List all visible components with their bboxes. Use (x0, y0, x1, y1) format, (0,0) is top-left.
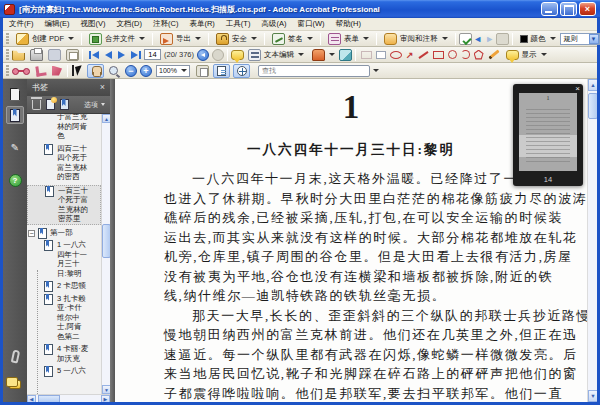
cloud-tool-icon[interactable] (390, 51, 402, 59)
bookmark-item-selected[interactable]: 一百三十个死于富兰克林的密苏里 (27, 185, 101, 225)
bookmarks-options-button[interactable]: 选项 (84, 100, 105, 110)
menu-comments[interactable]: 注释(C) (153, 19, 178, 29)
rule-style-dropdown[interactable]: 规则 ▼ (560, 33, 600, 45)
combine-files-icon (89, 33, 102, 45)
export-button[interactable]: 导出 (156, 32, 205, 46)
bookmark-icon (44, 144, 53, 155)
bookmark-item[interactable]: 2 卡思顿 (27, 281, 101, 291)
how-to-button[interactable]: ? (6, 171, 24, 189)
menu-forms[interactable]: 表单(R) (189, 19, 214, 29)
bookmark-item[interactable]: 5 一八六 (27, 366, 101, 376)
show-comments-button[interactable]: 显示 (502, 48, 551, 62)
select-tool-icon[interactable] (71, 65, 83, 77)
bookmark-item[interactable]: 四百二十四个死于富兰克林的密西 (27, 144, 101, 182)
comments-panel-button[interactable] (6, 375, 24, 393)
bookmarks-panel-button[interactable] (6, 106, 24, 124)
distance-tool-icon[interactable] (14, 70, 28, 72)
attach-file-icon[interactable] (339, 49, 352, 61)
open-file-icon[interactable] (12, 49, 25, 61)
oval-tool-icon[interactable] (448, 50, 457, 59)
find-options-icon[interactable] (373, 69, 379, 72)
bookmark-item[interactable]: 于富兰克林的阿肯色 (27, 114, 101, 141)
close-button[interactable]: × (579, 2, 596, 16)
perimeter-tool-icon[interactable] (35, 65, 46, 76)
bookmark-item[interactable]: 3 扎卡赖亚·卡什维尔中士,阿肯色第二 (27, 294, 101, 342)
signatures-panel-button[interactable]: ✎ (6, 139, 24, 157)
menu-help[interactable]: 帮助(H) (336, 19, 361, 29)
sticky-note-icon[interactable] (231, 50, 244, 60)
polygon-tool-icon[interactable] (474, 50, 484, 60)
arrow-tool-icon[interactable]: ↗ (406, 50, 414, 60)
page-number-input[interactable] (144, 49, 161, 60)
menu-document[interactable]: 文档(D) (117, 19, 142, 29)
create-pdf-button[interactable]: 创建 PDF (12, 32, 78, 46)
area-tool-icon[interactable] (52, 66, 62, 76)
find-input[interactable] (258, 65, 370, 77)
bookmark-item-part1[interactable]: − 第一部 (27, 228, 101, 238)
undo-icon[interactable]: ◄ (472, 33, 484, 45)
bookmarks-vertical-scrollbar[interactable]: ▲ ▼ (101, 114, 110, 394)
zoom-out-button[interactable]: − (125, 65, 137, 77)
forms-button[interactable]: 表单 (324, 32, 373, 46)
zoom-in-button[interactable]: + (140, 65, 152, 77)
minimize-button[interactable] (541, 2, 558, 16)
text-box-tool-icon[interactable] (376, 51, 386, 59)
combine-files-button[interactable]: 合并文件 (85, 32, 149, 46)
delete-bookmark-icon[interactable] (32, 100, 41, 110)
preview-thumbnail: 1 (519, 93, 577, 171)
previous-page-button[interactable] (102, 51, 115, 59)
scroll-down-icon[interactable]: ▼ (588, 390, 597, 402)
scroll-right-icon[interactable]: ▶ (101, 395, 110, 402)
next-page-button[interactable] (115, 51, 128, 59)
toolbar-grip[interactable] (6, 65, 9, 76)
spellcheck-icon[interactable] (459, 33, 472, 45)
restore-button[interactable] (560, 2, 577, 16)
stamp-button[interactable] (308, 48, 339, 62)
document-vertical-scrollbar[interactable]: ▲ ▼ (587, 79, 597, 402)
close-panel-icon[interactable]: × (100, 83, 105, 92)
line-tool-icon[interactable] (418, 51, 428, 59)
menu-tools[interactable]: 工具(T) (226, 19, 251, 29)
collapse-minus-icon[interactable]: − (28, 230, 35, 237)
bookmark-item[interactable]: 4 卡丽·麦加沃克 (27, 344, 101, 363)
menu-view[interactable]: 视图(V) (81, 19, 106, 29)
bookmark-item[interactable]: 1 一八六四年十一月三十日:黎明 (27, 240, 101, 278)
new-bookmark-icon[interactable] (46, 99, 55, 110)
text-edits-button[interactable]: 文本编辑 (244, 48, 308, 62)
sign-button[interactable]: 签名 (268, 32, 317, 46)
marquee-zoom-icon[interactable] (108, 65, 120, 77)
single-page-view-button[interactable] (213, 64, 230, 78)
full-screen-button[interactable] (233, 64, 250, 78)
pages-panel-button[interactable] (6, 85, 24, 103)
toolbar-grip[interactable] (6, 49, 9, 60)
previous-view-button[interactable] (197, 49, 209, 61)
fit-page-icon[interactable] (196, 65, 209, 77)
menu-window[interactable]: 窗口(W) (297, 19, 324, 29)
zoom-level-dropdown[interactable]: 100% (156, 65, 190, 77)
color-picker-button[interactable]: 颜色 (516, 32, 560, 46)
secure-button[interactable]: 安全 (212, 32, 261, 46)
toolbar-grip[interactable] (6, 33, 9, 44)
dropdown-arrow-icon[interactable]: ▼ (589, 34, 599, 44)
scroll-left-icon[interactable]: ◀ (27, 395, 36, 402)
rectangle-tool-icon[interactable] (433, 51, 444, 59)
close-preview-icon[interactable]: × (575, 85, 580, 93)
page-preview-popup[interactable]: × 1 14 (513, 84, 583, 186)
hand-tool-button[interactable] (87, 64, 104, 78)
pencil-tool-icon[interactable] (488, 49, 499, 59)
attachments-panel-button[interactable] (6, 347, 24, 365)
scrollbar-thumb[interactable] (38, 395, 60, 402)
bookmarks-horizontal-scrollbar[interactable]: ◀ ▶ (27, 394, 110, 402)
menu-edit[interactable]: 编辑(E) (45, 19, 70, 29)
print-icon[interactable] (30, 49, 43, 61)
scroll-up-icon[interactable]: ▲ (588, 79, 597, 91)
scrollbar-thumb[interactable] (588, 93, 597, 119)
last-page-button[interactable] (128, 51, 144, 59)
expand-bookmark-icon[interactable] (60, 99, 69, 110)
arc-tool-icon[interactable] (461, 50, 470, 59)
menu-advanced[interactable]: 高级(A) (261, 19, 286, 29)
snapshot-icon[interactable] (66, 49, 79, 61)
review-comment-button[interactable]: 审阅和注释 (380, 32, 452, 46)
menu-file[interactable]: 文件(F) (9, 19, 34, 29)
first-page-button[interactable] (86, 51, 102, 59)
